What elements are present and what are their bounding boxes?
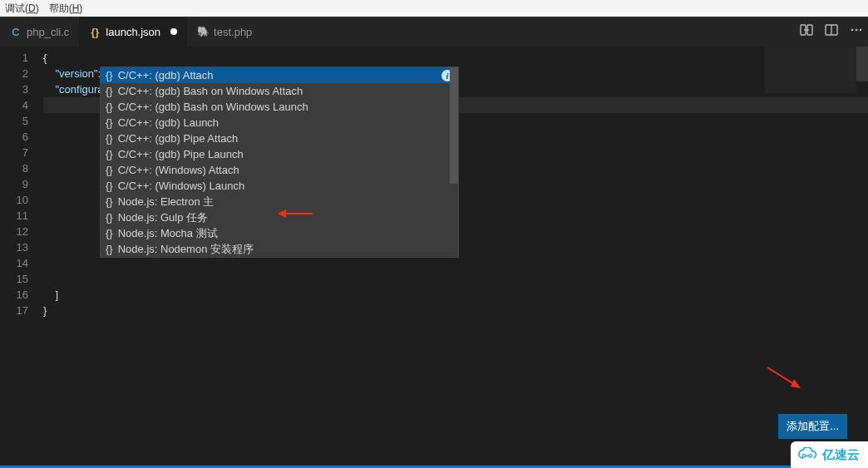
suggestion-label: C/C++: (gdb) Pipe Attach — [118, 131, 239, 146]
dirty-indicator-icon — [170, 28, 177, 35]
file-icon: {} — [89, 26, 101, 38]
tab-label: test.php — [214, 26, 252, 38]
tab-label: launch.json — [106, 26, 160, 38]
suggestion-label: C/C++: (gdb) Launch — [118, 115, 219, 131]
line-gutter: 1234567891011121314151617 — [0, 47, 43, 468]
minimap-viewport[interactable] — [765, 47, 856, 93]
tab-test-php[interactable]: 🐘test.php — [187, 17, 262, 47]
snippet-icon: {} — [106, 178, 113, 194]
tab-label: php_cli.c — [27, 26, 69, 38]
suggestion-item[interactable]: {}C/C++: (gdb) Pipe Attach — [101, 131, 458, 146]
suggestion-item[interactable]: {}C/C++: (gdb) Bash on Windows Attach — [101, 83, 458, 99]
suggestion-item[interactable]: {}Node.js: Mocha 测试 — [101, 225, 458, 241]
vertical-scrollbar[interactable] — [856, 47, 868, 468]
tab-launch-json[interactable]: {}launch.json — [79, 17, 187, 47]
snippet-icon: {} — [106, 162, 113, 178]
suggestion-item[interactable]: {}C/C++: (Windows) Launch — [101, 178, 458, 194]
snippet-icon: {} — [106, 99, 113, 115]
suggestion-item[interactable]: {}Node.js: Nodemon 安装程序 — [101, 241, 458, 257]
suggestion-item[interactable]: {}C/C++: (Windows) Attach — [101, 162, 458, 178]
suggestion-label: Node.js: Gulp 任务 — [118, 209, 208, 225]
brand-watermark: 亿速云 — [791, 441, 868, 468]
suggestion-label: Node.js: Nodemon 安装程序 — [118, 241, 254, 257]
suggestion-label: C/C++: (gdb) Pipe Launch — [118, 146, 244, 162]
snippet-icon: {} — [106, 209, 113, 225]
svg-point-4 — [851, 29, 854, 32]
suggestion-label: C/C++: (gdb) Bash on Windows Launch — [118, 99, 308, 115]
snippet-icon: {} — [106, 67, 113, 83]
svg-point-6 — [860, 29, 862, 32]
menu-help[interactable]: 帮助(H) — [49, 2, 83, 16]
more-icon[interactable] — [850, 23, 863, 40]
code-line: ] — [43, 287, 868, 303]
compare-icon[interactable] — [800, 23, 813, 40]
snippet-icon: {} — [106, 146, 113, 162]
snippet-icon: {} — [106, 225, 113, 241]
svg-point-5 — [856, 29, 858, 32]
brand-cloud-icon — [796, 447, 819, 462]
menubar: 调试(D) 帮助(H) — [0, 0, 868, 17]
svg-point-8 — [809, 455, 812, 458]
snippet-icon: {} — [106, 241, 113, 257]
vertical-scrollthumb[interactable] — [856, 47, 868, 81]
split-editor-icon[interactable] — [825, 23, 838, 40]
snippet-icon: {} — [106, 83, 113, 99]
suggestion-label: C/C++: (gdb) Bash on Windows Attach — [118, 83, 303, 99]
suggestion-item[interactable]: {}C/C++: (gdb) Launch — [101, 115, 458, 131]
suggestion-label: C/C++: (Windows) Launch — [118, 178, 244, 194]
suggestion-item[interactable]: {}C/C++: (gdb) Pipe Launch — [101, 146, 458, 162]
tabbar: Cphp_cli.c{}launch.json🐘test.php — [0, 17, 868, 47]
snippet-icon: {} — [106, 131, 113, 146]
tabbar-actions — [800, 17, 863, 47]
suggestion-label: Node.js: Electron 主 — [118, 194, 215, 209]
suggestion-label: C/C++: (Windows) Attach — [118, 162, 239, 178]
snippet-icon: {} — [106, 194, 113, 209]
file-icon: 🐘 — [197, 26, 209, 37]
suggestion-label: C/C++: (gdb) Attach — [118, 67, 214, 83]
suggestion-widget[interactable]: {}C/C++: (gdb) Attachi{}C/C++: (gdb) Bas… — [100, 67, 459, 258]
file-icon: C — [10, 26, 22, 38]
suggestion-item[interactable]: {}Node.js: Electron 主 — [101, 194, 458, 209]
code-line — [43, 271, 868, 287]
add-configuration-button[interactable]: 添加配置... — [778, 414, 847, 439]
tab-php_cli-c[interactable]: Cphp_cli.c — [0, 17, 79, 47]
brand-text: 亿速云 — [822, 447, 860, 463]
suggestion-label: Node.js: Mocha 测试 — [118, 225, 218, 241]
code-line: { — [43, 50, 868, 66]
suggestion-scrollbar[interactable] — [450, 67, 458, 184]
suggestion-item[interactable]: {}C/C++: (gdb) Bash on Windows Launch — [101, 99, 458, 115]
code-line: } — [43, 303, 868, 318]
svg-point-7 — [802, 455, 806, 458]
suggestion-item[interactable]: {}Node.js: Gulp 任务 — [101, 209, 458, 225]
snippet-icon: {} — [106, 115, 113, 131]
suggestion-item[interactable]: {}C/C++: (gdb) Attachi — [101, 67, 458, 83]
menu-debug[interactable]: 调试(D) — [5, 2, 39, 16]
